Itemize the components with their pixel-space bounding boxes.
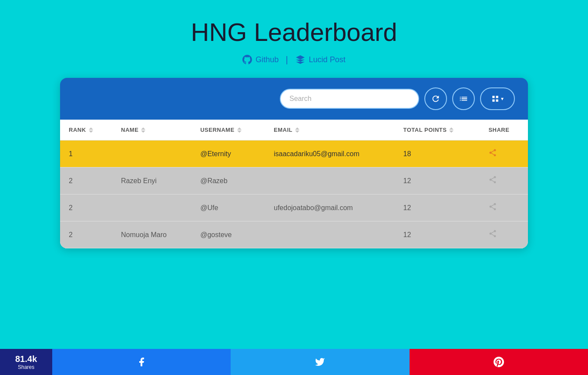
share-button[interactable] bbox=[488, 175, 497, 186]
refresh-button[interactable] bbox=[424, 87, 447, 110]
cell-total-points: 12 bbox=[395, 167, 480, 194]
cell-rank: 2 bbox=[60, 194, 112, 221]
page-title: HNG Leaderboard bbox=[0, 17, 588, 47]
cell-share bbox=[480, 167, 528, 194]
cell-email: isaacadariku05@gmail.com bbox=[265, 141, 394, 167]
name-sort-icon[interactable] bbox=[141, 127, 145, 133]
cell-username: @Ufe bbox=[192, 194, 265, 221]
cell-rank: 1 bbox=[60, 141, 112, 167]
leaderboard-table: RANK NAME USERNAME bbox=[60, 120, 528, 248]
cell-share bbox=[480, 194, 528, 221]
table-row: 1@Eternityisaacadariku05@gmail.com18 bbox=[60, 141, 528, 167]
cell-username: @Razeb bbox=[192, 167, 265, 194]
cell-name: Nomuoja Maro bbox=[112, 221, 192, 248]
col-total-points: TOTAL POINTS bbox=[395, 120, 480, 141]
cell-username: @gosteve bbox=[192, 221, 265, 248]
github-label: Github bbox=[255, 55, 279, 64]
toolbar: ▾ bbox=[60, 78, 528, 120]
facebook-share-button[interactable] bbox=[52, 349, 231, 375]
refresh-icon bbox=[431, 94, 440, 104]
cell-total-points: 12 bbox=[395, 194, 480, 221]
col-username: USERNAME bbox=[192, 120, 265, 141]
twitter-icon bbox=[315, 357, 325, 367]
search-input[interactable] bbox=[280, 89, 419, 109]
cell-name bbox=[112, 194, 192, 221]
github-icon bbox=[242, 55, 252, 64]
github-link[interactable]: Github bbox=[242, 55, 279, 64]
table-header: RANK NAME USERNAME bbox=[60, 120, 528, 141]
cell-share bbox=[480, 221, 528, 248]
pinterest-icon bbox=[494, 357, 504, 367]
table-header-row: RANK NAME USERNAME bbox=[60, 120, 528, 141]
rank-sort-icon[interactable] bbox=[89, 127, 93, 133]
share-button[interactable] bbox=[488, 202, 497, 213]
dropdown-arrow: ▾ bbox=[501, 96, 504, 102]
facebook-icon bbox=[136, 357, 147, 367]
cell-email: ufedojoatabo@gmail.com bbox=[265, 194, 394, 221]
cell-total-points: 12 bbox=[395, 221, 480, 248]
email-sort-icon[interactable] bbox=[295, 127, 299, 133]
table-row: 2Razeb Enyi@Razeb12 bbox=[60, 167, 528, 194]
social-bar: 81.4k Shares bbox=[0, 349, 588, 375]
cell-username: @Eternity bbox=[192, 141, 265, 167]
cell-rank: 2 bbox=[60, 221, 112, 248]
page-header: HNG Leaderboard Github | Lucid Post bbox=[0, 0, 588, 78]
cell-share bbox=[480, 141, 528, 167]
list-view-button[interactable] bbox=[452, 87, 475, 110]
col-share: SHARE bbox=[480, 120, 528, 141]
lucidpost-link[interactable]: Lucid Post bbox=[295, 54, 346, 65]
cell-total-points: 18 bbox=[395, 141, 480, 167]
cell-name: Razeb Enyi bbox=[112, 167, 192, 194]
username-sort-icon[interactable] bbox=[237, 127, 242, 133]
cell-rank: 2 bbox=[60, 167, 112, 194]
pinterest-share-button[interactable] bbox=[410, 349, 588, 375]
grid-view-button[interactable]: ▾ bbox=[480, 87, 515, 110]
layers-icon bbox=[295, 54, 306, 65]
col-rank: RANK bbox=[60, 120, 112, 141]
grid-icon bbox=[491, 95, 499, 103]
shares-label: Shares bbox=[18, 364, 34, 370]
col-email: EMAIL bbox=[265, 120, 394, 141]
search-input-wrapper bbox=[280, 89, 419, 109]
share-count: 81.4k bbox=[15, 354, 37, 364]
cell-email bbox=[265, 221, 394, 248]
share-button[interactable] bbox=[488, 229, 497, 240]
table-body: 1@Eternityisaacadariku05@gmail.com182Raz… bbox=[60, 141, 528, 248]
lucidpost-label: Lucid Post bbox=[309, 55, 346, 64]
points-sort-icon[interactable] bbox=[449, 127, 454, 133]
social-count: 81.4k Shares bbox=[0, 349, 52, 375]
table-row: 2Nomuoja Maro@gosteve12 bbox=[60, 221, 528, 248]
header-links: Github | Lucid Post bbox=[0, 54, 588, 65]
share-button[interactable] bbox=[488, 148, 497, 159]
cell-email bbox=[265, 167, 394, 194]
list-icon bbox=[459, 94, 468, 104]
twitter-share-button[interactable] bbox=[231, 349, 409, 375]
link-divider: | bbox=[286, 55, 288, 65]
table-row: 2@Ufeufedojoatabo@gmail.com12 bbox=[60, 194, 528, 221]
cell-name bbox=[112, 141, 192, 167]
col-name: NAME bbox=[112, 120, 192, 141]
leaderboard-card: ▾ RANK NAME bbox=[60, 78, 528, 248]
